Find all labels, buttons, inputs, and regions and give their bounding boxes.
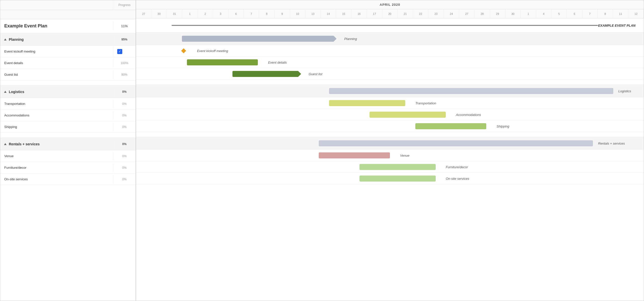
task-details-progress: 100% — [113, 59, 136, 67]
right-panel: APRIL 2020 27303112367891013141516172021… — [136, 0, 644, 301]
gantt-row: Transportation — [136, 97, 644, 109]
project-row: Example Event Plan 11% — [0, 19, 136, 33]
task-onsite-cell: On-site services — [0, 175, 113, 184]
progress-column-header: Progress — [113, 0, 136, 10]
day-col-2: 2 — [198, 9, 213, 18]
day-col-8: 8 — [598, 9, 613, 18]
task-accommodations-cell: Accommodations — [0, 111, 113, 120]
task-guestlist-row: Guest list 90% — [0, 69, 136, 80]
bar-overlay: On-site services — [136, 173, 644, 184]
collapse-rentals-icon[interactable] — [4, 143, 7, 145]
task-venue-progress: 0% — [113, 152, 136, 160]
left-panel: Progress Example Event Plan 11% Planning… — [0, 0, 136, 301]
gantt-bar — [359, 176, 436, 182]
day-col-14: 14 — [321, 9, 336, 18]
task-details-cell: Event details — [0, 59, 113, 67]
milestone-diamond — [181, 48, 186, 53]
group-logistics-progress: 0% — [113, 88, 136, 96]
gantt-inner: APRIL 2020 27303112367891013141516172021… — [136, 0, 644, 301]
gantt-row: Event kickoff meeting — [136, 45, 644, 57]
day-col-30: 30 — [151, 9, 167, 18]
group-planning-name-cell: Planning — [0, 35, 113, 44]
day-col-5: 5 — [551, 9, 567, 18]
group-planning-row[interactable]: Planning 95% — [0, 33, 136, 46]
day-col-15: 15 — [336, 9, 351, 18]
day-col-29: 29 — [490, 9, 505, 18]
task-guestlist-progress: 90% — [113, 70, 136, 79]
day-col-1: 1 — [521, 9, 536, 18]
day-col-6: 6 — [567, 9, 582, 18]
day-col-27: 27 — [459, 9, 474, 18]
gantt-row: Accommodations — [136, 109, 644, 120]
bar-label: Furniture/decor — [446, 165, 468, 169]
task-details-row: Event details 100% — [0, 57, 136, 69]
spacer-2 — [0, 133, 136, 138]
task-onsite-row: On-site services 0% — [0, 174, 136, 185]
bar-overlay: Shipping — [136, 120, 644, 132]
group-rentals-row[interactable]: Rentals + services 0% — [0, 138, 136, 150]
bar-overlay: Guest list — [136, 68, 644, 79]
day-col-21: 21 — [398, 9, 413, 18]
group-planning-progress: 95% — [113, 35, 136, 44]
project-progress: 11% — [113, 22, 136, 30]
task-transportation-label: Transportation — [4, 102, 25, 106]
day-col-7: 7 — [582, 9, 598, 18]
gantt-bar — [329, 100, 405, 106]
group-logistics-name-cell: Logistics — [0, 87, 113, 96]
bar-overlay: Transportation — [136, 97, 644, 109]
bar-label: Event details — [268, 60, 287, 64]
bar-overlay: Planning — [136, 32, 644, 45]
gantt-bar — [359, 164, 436, 170]
month-label: APRIL 2020 — [380, 3, 400, 7]
bar-label: Accommodations — [456, 113, 481, 116]
bar-label: Transportation — [415, 101, 436, 105]
collapse-logistics-icon[interactable] — [4, 91, 7, 93]
gantt-row: Event details — [136, 57, 644, 68]
day-col-12: 12 — [628, 9, 644, 18]
task-shipping-progress: 0% — [113, 123, 136, 131]
gantt-bar — [329, 88, 613, 94]
spacer-1 — [0, 80, 136, 85]
day-col-1: 1 — [182, 9, 197, 18]
day-col-31: 31 — [167, 9, 182, 18]
task-details-label: Event details — [4, 61, 23, 65]
gantt-bar — [319, 140, 593, 146]
day-col-27: 27 — [136, 9, 151, 18]
task-furniture-progress: 0% — [113, 163, 136, 172]
gantt-row: EXAMPLE EVENT PLAN — [136, 18, 644, 32]
gantt-body: EXAMPLE EVENT PLANPlanningEvent kickoff … — [136, 18, 644, 301]
day-col-17: 17 — [367, 9, 382, 18]
bar-label: Shipping — [497, 124, 509, 128]
project-title: Example Event Plan — [4, 23, 47, 28]
task-venue-row: Venue 0% — [0, 150, 136, 162]
group-logistics-label: Logistics — [9, 90, 24, 94]
collapse-planning-icon[interactable] — [4, 38, 7, 40]
gantt-bar — [232, 71, 298, 77]
task-kickoff-row: Event kickoff meeting ✓ — [0, 46, 136, 57]
project-name-cell: Example Event Plan — [0, 21, 113, 31]
bar-label: Logistics — [618, 89, 631, 93]
task-accommodations-row: Accommodations 0% — [0, 110, 136, 121]
gantt-days-header: 2730311236789101314151617202122232427282… — [136, 9, 644, 18]
gantt-row: Venue — [136, 150, 644, 161]
gantt-row: On-site services — [136, 173, 644, 184]
task-kickoff-progress: ✓ — [113, 47, 136, 57]
day-col-3: 3 — [213, 9, 228, 18]
gantt-chart: Progress Example Event Plan 11% Planning… — [0, 0, 644, 301]
day-col-16: 16 — [351, 9, 367, 18]
group-planning-label: Planning — [9, 37, 24, 41]
group-rentals-name-cell: Rentals + services — [0, 140, 113, 149]
bar-label: On-site services — [446, 177, 469, 180]
task-furniture-label: Furniture/decor — [4, 166, 26, 169]
task-kickoff-checkbox[interactable]: ✓ — [117, 49, 122, 54]
task-accommodations-label: Accommodations — [4, 113, 29, 117]
task-guestlist-label: Guest list — [4, 73, 18, 76]
bar-label: Planning — [344, 37, 357, 40]
task-furniture-cell: Furniture/decor — [0, 163, 113, 172]
bar-overlay: Event details — [136, 57, 644, 68]
group-logistics-row[interactable]: Logistics 0% — [0, 85, 136, 98]
gantt-bar — [182, 36, 334, 42]
bar-overlay: Event kickoff meeting — [136, 45, 644, 56]
bar-overlay: Furniture/decor — [136, 161, 644, 173]
bar-overlay: Rentals + services — [136, 137, 644, 149]
